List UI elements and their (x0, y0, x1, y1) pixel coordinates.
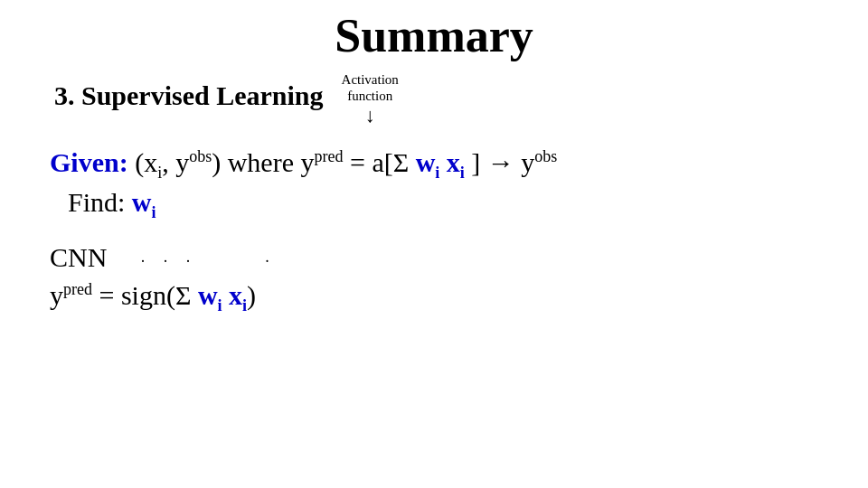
ypred-prefix: ypred = sign(Σ (50, 280, 198, 310)
find-prefix: Find: (68, 187, 132, 217)
arrow-down-icon: ↓ (365, 106, 375, 126)
dotted-hint: · · · · (141, 252, 277, 271)
find-line: Find: wi (68, 187, 832, 222)
given-prefix: Given: (50, 147, 128, 177)
given-suffix: ] → yobs (465, 147, 558, 177)
page-title: Summary (0, 0, 868, 62)
find-wi: wi (132, 187, 156, 217)
content-area: Given: (xi, yobs) where ypred = a[Σ wi x… (0, 142, 868, 315)
subtitle-row: 3. Supervised Learning Activation functi… (0, 71, 868, 126)
ypred-line: ypred = sign(Σ wi xi) (50, 280, 832, 315)
ypred-suffix: ) (247, 280, 256, 310)
main-page: Summary 3. Supervised Learning Activatio… (0, 0, 868, 488)
given-line: Given: (xi, yobs) where ypred = a[Σ wi x… (50, 142, 832, 185)
activation-text: Activation function (342, 71, 399, 104)
activation-annotation: Activation function ↓ (342, 71, 399, 126)
cnn-line: CNN · · · · (50, 242, 832, 273)
activation-line1: Activation (342, 72, 399, 87)
activation-line2: function (347, 89, 392, 103)
wi-1: wi xi (416, 147, 465, 177)
wi-2: wi xi (198, 280, 247, 310)
cnn-label: CNN (50, 242, 107, 272)
given-vars: (xi, yobs) where ypred = a[Σ (135, 147, 415, 177)
supervised-label: 3. Supervised Learning (54, 71, 324, 111)
